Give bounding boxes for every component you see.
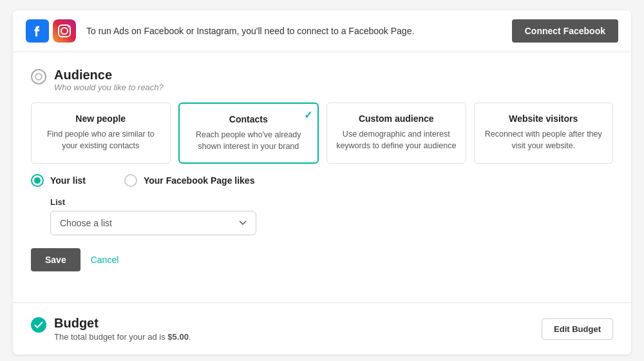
svg-rect-1 bbox=[53, 19, 76, 43]
selected-checkmark-icon: ✓ bbox=[304, 109, 312, 121]
budget-title: Budget bbox=[54, 316, 191, 331]
card-new-people-title: New people bbox=[41, 113, 161, 124]
audience-subtitle: Who would you like to reach? bbox=[54, 83, 164, 92]
svg-point-4 bbox=[68, 26, 70, 28]
radio-your-list[interactable]: Your list bbox=[31, 174, 86, 187]
card-website-visitors[interactable]: Website visitors Reconnect with people a… bbox=[474, 102, 614, 164]
audience-check-icon bbox=[31, 69, 46, 84]
card-contacts[interactable]: ✓ Contacts Reach people who've already s… bbox=[178, 102, 319, 164]
save-button[interactable]: Save bbox=[31, 248, 80, 271]
radio-your-list-circle bbox=[31, 174, 44, 187]
social-icons bbox=[26, 19, 76, 43]
content-area: Audience Who would you like to reach? Ne… bbox=[13, 52, 631, 302]
budget-amount: $5.00 bbox=[167, 332, 189, 342]
edit-budget-button[interactable]: Edit Budget bbox=[542, 318, 613, 340]
card-custom-audience-title: Custom audience bbox=[336, 113, 457, 124]
connect-facebook-button[interactable]: Connect Facebook bbox=[512, 19, 618, 43]
budget-text-suffix: . bbox=[189, 332, 191, 342]
radio-fb-page-likes-label: Your Facebook Page likes bbox=[144, 175, 254, 186]
audience-cards: New people Find people who are similar t… bbox=[31, 102, 613, 164]
instagram-icon bbox=[53, 19, 76, 43]
radio-your-list-label: Your list bbox=[50, 175, 86, 186]
card-contacts-title: Contacts bbox=[189, 114, 309, 124]
cancel-link[interactable]: Cancel bbox=[91, 255, 119, 265]
audience-title-block: Audience Who would you like to reach? bbox=[54, 68, 164, 92]
radio-fb-page-likes[interactable]: Your Facebook Page likes bbox=[124, 174, 254, 187]
audience-section: Audience Who would you like to reach? Ne… bbox=[31, 68, 613, 271]
banner-text: To run Ads on Facebook or Instagram, you… bbox=[86, 26, 512, 36]
radio-fb-page-likes-circle bbox=[124, 174, 137, 187]
list-select[interactable]: Choose a list bbox=[50, 211, 256, 235]
budget-left: Budget The total budget for your ad is $… bbox=[31, 316, 191, 342]
budget-info: Budget The total budget for your ad is $… bbox=[54, 316, 191, 342]
section-header: Audience Who would you like to reach? bbox=[31, 68, 613, 92]
budget-check-icon bbox=[31, 317, 46, 333]
card-new-people-desc: Find people who are similar to your exis… bbox=[41, 129, 161, 151]
svg-point-5 bbox=[35, 73, 42, 80]
top-banner: To run Ads on Facebook or Instagram, you… bbox=[13, 10, 631, 52]
card-contacts-desc: Reach people who've already shown intere… bbox=[189, 130, 309, 152]
budget-text-prefix: The total budget for your ad is bbox=[54, 332, 167, 342]
card-website-visitors-desc: Reconnect with people after they visit y… bbox=[484, 129, 604, 151]
card-custom-audience[interactable]: Custom audience Use demographic and inte… bbox=[327, 102, 466, 164]
list-section: List Choose a list bbox=[50, 197, 613, 235]
list-label: List bbox=[50, 197, 613, 207]
radio-options: Your list Your Facebook Page likes bbox=[31, 174, 613, 187]
action-buttons: Save Cancel bbox=[31, 248, 613, 271]
card-website-visitors-title: Website visitors bbox=[484, 113, 604, 124]
card-new-people[interactable]: New people Find people who are similar t… bbox=[31, 102, 171, 164]
audience-title: Audience bbox=[54, 68, 164, 83]
budget-section: Budget The total budget for your ad is $… bbox=[13, 302, 631, 355]
budget-description: The total budget for your ad is $5.00. bbox=[54, 332, 191, 342]
main-card: To run Ads on Facebook or Instagram, you… bbox=[13, 10, 631, 355]
card-custom-audience-desc: Use demographic and interest keywords to… bbox=[336, 129, 457, 151]
facebook-icon bbox=[26, 19, 49, 43]
